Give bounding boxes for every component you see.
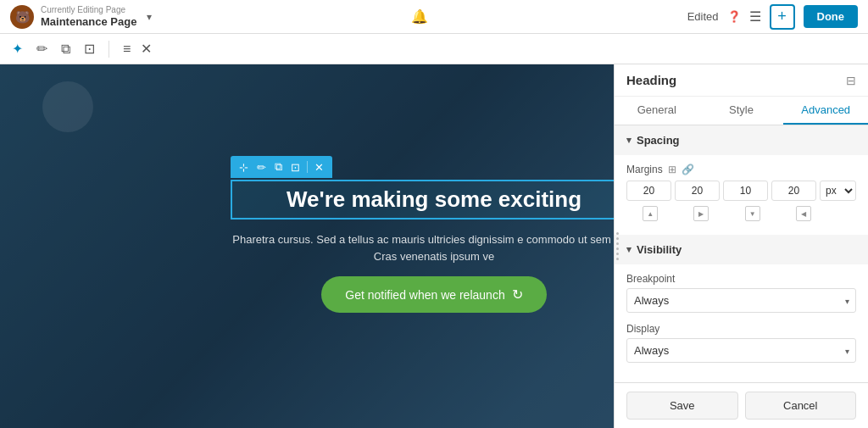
margins-field-label: Margins ⊞ 🔗 <box>626 164 856 175</box>
done-button[interactable]: Done <box>804 5 859 28</box>
avatar: 🐻 <box>10 5 34 29</box>
edited-label: Edited <box>687 10 719 23</box>
drag-dot-3 <box>616 242 619 245</box>
add-button[interactable]: + <box>770 4 795 30</box>
page-info: Currently Editing Page Maintenance Page <box>41 5 136 29</box>
el-columns-icon[interactable]: ⊡ <box>287 159 303 175</box>
spacing-label: Spacing <box>637 134 680 147</box>
display-field: Display Always Never Logged In Logged Ou… <box>626 323 856 363</box>
margin-left-input[interactable] <box>771 181 816 201</box>
el-move-icon[interactable]: ⊹ <box>236 159 252 175</box>
top-bar-center: 🔔 <box>411 8 428 25</box>
top-bar-right: Edited ❓ ☰ + Done <box>687 4 858 30</box>
drag-dot-1 <box>616 232 619 235</box>
margins-label-text: Margins <box>626 164 663 175</box>
margins-responsive-icon[interactable]: ⊞ <box>668 164 676 175</box>
display-select[interactable]: Always Never Logged In Logged Out <box>626 338 856 363</box>
drag-dots <box>616 232 619 260</box>
margin-top-input[interactable] <box>626 181 671 201</box>
heading-text: We're making some exciting <box>242 186 626 213</box>
element-toolbar: ⊹ ✏ ⧉ ⊡ ✕ <box>231 156 332 178</box>
drag-dot-2 <box>616 237 619 240</box>
el-duplicate-icon[interactable]: ⧉ <box>271 158 286 175</box>
breakpoint-field: Breakpoint Always Desktop Tablet Mobile … <box>626 273 856 313</box>
settings-panel: Heading ⊟ General Style Advanced ▾ Spaci… <box>614 64 868 428</box>
currently-editing-label: Currently Editing Page <box>41 5 136 15</box>
el-edit-icon[interactable]: ✏ <box>253 159 270 175</box>
el-sep <box>307 161 308 173</box>
drag-dot-6 <box>616 258 619 260</box>
panel-tabs: General Style Advanced <box>615 97 868 125</box>
panel-drag-handle[interactable] <box>615 64 620 428</box>
margin-bottom-icon[interactable]: ▼ <box>745 206 760 221</box>
page-name-label: Maintenance Page <box>41 15 136 29</box>
el-close-icon[interactable]: ✕ <box>311 159 327 175</box>
panel-body: ▾ Spacing Margins ⊞ 🔗 px % em ▲ <box>615 125 868 382</box>
margin-left-icon[interactable]: ◀ <box>796 206 811 221</box>
cta-button[interactable]: Get notified when we relaunch ↻ <box>321 276 546 313</box>
panel-footer: Save Cancel <box>615 382 868 428</box>
breakpoint-select-wrapper: Always Desktop Tablet Mobile ▾ <box>626 288 856 313</box>
drag-dot-5 <box>616 253 619 255</box>
margins-link-icon[interactable]: 🔗 <box>682 164 694 175</box>
grid-icon[interactable]: ⊡ <box>81 37 98 60</box>
margin-unit-select[interactable]: px % em <box>820 181 856 201</box>
copy-icon[interactable]: ⧉ <box>58 38 74 60</box>
save-button[interactable]: Save <box>626 392 738 420</box>
tab-advanced[interactable]: Advanced <box>783 97 868 125</box>
breakpoint-select[interactable]: Always Desktop Tablet Mobile <box>626 288 856 313</box>
bell-icon[interactable]: 🔔 <box>411 8 428 25</box>
drag-dot-4 <box>616 247 619 250</box>
list-icon[interactable]: ☰ <box>749 8 761 25</box>
editor-toolbar: ✦ ✏ ⧉ ⊡ ≡ ✕ <box>0 34 868 64</box>
spacing-section-content: Margins ⊞ 🔗 px % em ▲ ▶ ▼ ◀ <box>615 155 868 235</box>
margin-right-icon[interactable]: ▶ <box>693 206 709 221</box>
top-bar: 🐻 Currently Editing Page Maintenance Pag… <box>0 0 868 34</box>
cta-label: Get notified when we relaunch <box>345 288 504 302</box>
visibility-label: Visibility <box>637 243 682 256</box>
visibility-section-header[interactable]: ▾ Visibility <box>615 235 868 264</box>
edit-icon[interactable]: ✏ <box>33 37 51 60</box>
margin-inputs: px % em <box>626 181 856 201</box>
menu-icon[interactable]: ≡ <box>120 38 134 60</box>
breakpoint-label: Breakpoint <box>626 273 856 285</box>
display-select-wrapper: Always Never Logged In Logged Out ▾ <box>626 338 856 363</box>
cta-icon: ↻ <box>512 286 523 303</box>
margin-right-input[interactable] <box>675 181 720 201</box>
visibility-chevron-icon: ▾ <box>626 244 632 255</box>
move-icon[interactable]: ✦ <box>8 37 26 60</box>
top-bar-left: 🐻 Currently Editing Page Maintenance Pag… <box>10 5 152 29</box>
panel-minimize-icon[interactable]: ⊟ <box>846 74 856 87</box>
cancel-button[interactable]: Cancel <box>745 392 857 420</box>
margin-top-icon[interactable]: ▲ <box>643 206 658 221</box>
margin-icons-row: ▲ ▶ ▼ ◀ <box>626 206 856 221</box>
panel-title: Heading <box>626 73 676 87</box>
tab-general[interactable]: General <box>615 97 699 125</box>
visibility-section-content: Breakpoint Always Desktop Tablet Mobile … <box>615 264 868 381</box>
toolbar-close-icon[interactable]: ✕ <box>141 41 152 57</box>
heading-element[interactable]: ⊹ ✏ ⧉ ⊡ ✕ We're making some exciting <box>231 180 637 220</box>
tab-style[interactable]: Style <box>699 97 784 125</box>
toolbar-divider <box>108 41 109 58</box>
panel-header: Heading ⊟ <box>615 64 868 97</box>
body-text: Pharetra cursus. Sed a tellus ac mauris … <box>231 231 637 264</box>
margin-bottom-input[interactable] <box>723 181 768 201</box>
display-label: Display <box>626 323 856 335</box>
page-dropdown-icon[interactable]: ▾ <box>147 11 152 23</box>
spacing-chevron-icon: ▾ <box>626 135 632 146</box>
help-icon[interactable]: ❓ <box>727 10 741 23</box>
spacing-section-header[interactable]: ▾ Spacing <box>615 125 868 155</box>
